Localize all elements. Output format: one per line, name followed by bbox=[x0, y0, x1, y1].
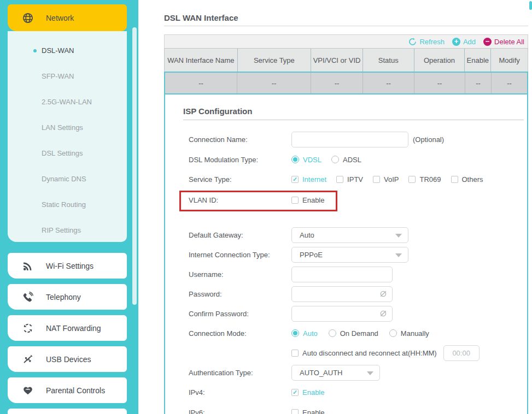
table-header-row: WAN Interface Name Service Type VPI/VCI … bbox=[164, 48, 528, 72]
password-row: Password: bbox=[189, 286, 393, 302]
sidebar-item-label: Wi-Fi Settings bbox=[46, 262, 93, 270]
sidebar-scrollbar-thumb[interactable] bbox=[132, 27, 137, 305]
wifi-icon bbox=[22, 261, 34, 271]
username-input[interactable] bbox=[291, 267, 393, 282]
auto-disconnect-checkbox[interactable] bbox=[291, 350, 299, 357]
internet-connection-type-select[interactable]: PPPoE bbox=[291, 247, 408, 263]
column-header: VPI/VCI or VID bbox=[311, 49, 363, 72]
active-bullet bbox=[33, 49, 37, 52]
mode-on-demand-label[interactable]: On Demand bbox=[340, 329, 378, 338]
mode-auto-label[interactable]: Auto bbox=[303, 329, 318, 338]
service-type-row: Service Type: Internet IPTV VoIP TR069 O… bbox=[189, 171, 483, 187]
ipv4-enable-checkbox[interactable] bbox=[291, 389, 299, 396]
sidebar-item-dynamic-dns[interactable]: Dynamic DNS bbox=[8, 166, 127, 192]
vdsl-label[interactable]: VDSL bbox=[303, 156, 321, 164]
auto-disconnect-label[interactable]: Auto disconnect and reconnect at(HH:MM) bbox=[302, 349, 437, 357]
globe-icon bbox=[22, 12, 34, 24]
ipv4-enable-label[interactable]: Enable bbox=[302, 388, 324, 397]
iptv-checkbox[interactable] bbox=[336, 176, 343, 183]
sidebar-item-25g-wan-lan[interactable]: 2.5G-WAN-LAN bbox=[8, 89, 127, 115]
ipv6-enable-label[interactable]: Enable bbox=[302, 409, 324, 414]
internet-checkbox[interactable] bbox=[291, 176, 299, 183]
auto-disconnect-row: Auto disconnect and reconnect at(HH:MM) bbox=[189, 345, 480, 361]
vdsl-radio[interactable] bbox=[291, 156, 299, 163]
sidebar-item-usb-devices[interactable]: USB Devices bbox=[8, 346, 127, 372]
field-label: DSL Modulation Type: bbox=[189, 156, 291, 164]
table-row[interactable]: -- -- -- -- -- -- -- bbox=[164, 72, 528, 94]
cell-enable: -- bbox=[465, 73, 491, 93]
page-title: DSL WAN Interface bbox=[164, 13, 238, 22]
others-label[interactable]: Others bbox=[462, 175, 483, 184]
ipv6-enable-checkbox[interactable] bbox=[291, 409, 299, 414]
mode-auto-radio[interactable] bbox=[291, 329, 299, 337]
main-content: DSL WAN Interface Refresh + Add bbox=[138, 0, 532, 414]
mode-on-demand-radio[interactable] bbox=[329, 329, 336, 337]
mode-manually-radio[interactable] bbox=[389, 329, 397, 337]
field-label: Default Gateway: bbox=[189, 231, 291, 239]
others-checkbox[interactable] bbox=[451, 176, 458, 183]
connection-name-row: Connection Name: (Optional) bbox=[189, 131, 444, 147]
default-gateway-select[interactable]: Auto bbox=[291, 227, 408, 243]
sidebar-item-rip-settings[interactable]: RIP Settings bbox=[8, 217, 127, 243]
authentication-type-row: Authentication Type: AUTO_AUTH bbox=[189, 364, 380, 381]
page-scrollbar-thumb[interactable] bbox=[529, 1, 532, 10]
tr069-checkbox[interactable] bbox=[408, 176, 416, 183]
authentication-type-select[interactable]: AUTO_AUTH bbox=[291, 365, 380, 381]
disconnect-time-input[interactable] bbox=[443, 345, 480, 361]
sidebar-item-wifi-settings[interactable]: Wi-Fi Settings bbox=[8, 253, 127, 279]
sidebar-item-lan-settings[interactable]: LAN Settings bbox=[8, 115, 127, 140]
field-label: Connection Name: bbox=[189, 135, 291, 144]
sidebar: Network DSL-WAN SFP-WAN 2.5G-WAN-LAN LAN… bbox=[0, 0, 138, 414]
sidebar-item-nat-forwarding[interactable]: NAT Forwarding bbox=[8, 315, 127, 341]
chevron-down-icon bbox=[395, 234, 402, 238]
sidebar-item-dsl-settings[interactable]: DSL Settings bbox=[8, 140, 127, 166]
sidebar-item-static-routing[interactable]: Static Routing bbox=[8, 192, 127, 217]
heart-icon bbox=[22, 385, 34, 396]
cell-vpi-vci: -- bbox=[311, 73, 363, 93]
voip-checkbox[interactable] bbox=[373, 176, 380, 183]
field-label: Service Type: bbox=[189, 175, 291, 184]
adsl-radio[interactable] bbox=[331, 156, 339, 163]
adsl-label[interactable]: ADSL bbox=[343, 156, 361, 164]
mode-manually-label[interactable]: Manually bbox=[401, 329, 429, 338]
cell-status: -- bbox=[363, 73, 414, 93]
add-button[interactable]: + Add bbox=[452, 38, 476, 46]
sidebar-item-parental-controls[interactable]: Parental Controls bbox=[8, 377, 127, 403]
password-input[interactable] bbox=[291, 286, 393, 302]
field-label: Connection Mode: bbox=[189, 329, 291, 338]
delete-all-button[interactable]: − Delete All bbox=[483, 38, 524, 46]
sidebar-item-dsl-wan[interactable]: DSL-WAN bbox=[8, 38, 127, 63]
sidebar-item-sfp-wan[interactable]: SFP-WAN bbox=[8, 63, 127, 89]
dsl-modulation-row: DSL Modulation Type: VDSL ADSL bbox=[189, 151, 361, 168]
refresh-button[interactable]: Refresh bbox=[408, 38, 445, 46]
confirm-password-input[interactable] bbox=[291, 306, 393, 322]
connection-mode-row: Connection Mode: Auto On Demand Manually bbox=[189, 325, 429, 341]
eye-off-icon[interactable] bbox=[379, 289, 388, 298]
connection-name-input[interactable] bbox=[291, 132, 408, 147]
section-divider bbox=[183, 120, 524, 120]
confirm-password-row: Confirm Password: bbox=[189, 305, 393, 322]
tr069-label[interactable]: TR069 bbox=[419, 175, 441, 184]
iptv-label[interactable]: IPTV bbox=[347, 175, 363, 184]
sidebar-item-next-partial[interactable] bbox=[8, 409, 127, 414]
eye-off-icon[interactable] bbox=[379, 309, 388, 318]
vlan-enable-label[interactable]: Enable bbox=[302, 196, 324, 204]
ipv6-row: IPv6: Enable bbox=[189, 404, 324, 414]
chevron-down-icon bbox=[395, 253, 402, 257]
voip-label[interactable]: VoIP bbox=[384, 175, 399, 184]
sidebar-item-telephony[interactable]: Telephony bbox=[8, 284, 127, 310]
field-label: IPv6: bbox=[189, 409, 291, 414]
wan-interface-table: Refresh + Add − Delete All WAN Interface… bbox=[164, 34, 528, 94]
internet-label[interactable]: Internet bbox=[302, 175, 326, 184]
column-header: Operation bbox=[414, 49, 465, 72]
default-gateway-row: Default Gateway: Auto bbox=[189, 227, 408, 243]
cell-wan-interface-name: -- bbox=[165, 73, 237, 93]
column-header: Status bbox=[363, 49, 414, 72]
vlan-enable-checkbox[interactable] bbox=[291, 197, 299, 204]
section-title: ISP Configuration bbox=[183, 107, 252, 116]
field-label: VLAN ID: bbox=[189, 196, 291, 204]
nat-sync-icon bbox=[22, 323, 34, 334]
column-header: WAN Interface Name bbox=[165, 49, 237, 72]
username-row: Username: bbox=[189, 266, 393, 282]
sidebar-item-network[interactable]: Network bbox=[8, 4, 127, 31]
